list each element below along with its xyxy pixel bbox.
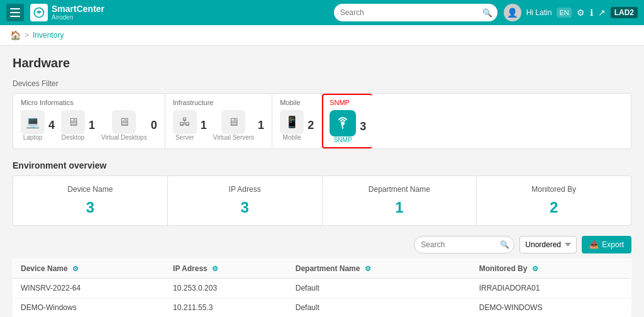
snmp-icon [330,110,356,136]
top-search: 🔍 [334,4,497,21]
logout-button[interactable]: ↗ [598,8,606,18]
filter-group-snmp-items: SNMP 3 [330,110,366,143]
filter-item-desktop[interactable]: 🖥 Desktop 1 [61,110,95,141]
ip-col-settings-icon[interactable]: ⚙ [212,265,218,272]
env-card-device-name-value: 3 [19,199,161,216]
virtual-server-icon: 🖥 [221,110,245,134]
filter-group-infra-items: 🖧 Server 1 🖥 Virtual Servers 1 [173,110,264,141]
main-content: Hardware Devices Filter Micro Informatic… [0,46,644,317]
language-badge[interactable]: EN [557,8,571,18]
filter-item-virtual-desktops[interactable]: 🖥 Virtual Desktops 0 [101,110,157,141]
server-count: 1 [201,119,207,132]
filter-group-infra: Infrastructure 🖧 Server 1 🖥 Virtual Serv… [165,94,272,148]
col-header-ip: IP Adress ⚙ [165,259,288,279]
data-table: Device Name ⚙ IP Adress ⚙ Department Nam… [13,259,631,317]
svg-point-1 [38,11,40,13]
filter-group-mobile: Mobile 📱 Mobile 2 [272,94,322,148]
filter-group-mobile-items: 📱 Mobile 2 [280,110,314,141]
table-header-row: Device Name ⚙ IP Adress ⚙ Department Nam… [13,259,631,279]
top-navigation: SmartCenter Airoden 🔍 👤 Hi Latin EN ⚙ ℹ … [0,0,644,25]
breadcrumb: 🏠 > Inventory [0,25,644,46]
desktop-count: 1 [89,119,95,132]
table-row[interactable]: DEMO-Windows 10.211.55.3 Default DEMO-WI… [13,298,631,318]
mobile-label: Mobile [282,134,301,141]
snmp-count: 3 [360,120,366,133]
env-card-monitored-by-value: 2 [483,199,625,216]
env-card-ip-label: IP Adress [174,185,316,194]
table-search-input[interactable] [414,236,514,253]
environment-overview-title: Environment overview [13,160,631,170]
filter-item-virtual-servers[interactable]: 🖥 Virtual Servers 1 [213,110,264,141]
sort-select[interactable]: Unordered A-Z Z-A [519,236,577,253]
cell-monitored-by: DEMO-WINDOWS [472,298,631,318]
env-card-device-name-label: Device Name [19,185,161,194]
search-icon: 🔍 [482,8,492,18]
cell-device-name: WINSRV-2022-64 [13,279,166,298]
snmp-label: SNMP [334,136,352,143]
settings-button[interactable]: ⚙ [577,8,585,18]
virtual-server-label: Virtual Servers [213,134,254,141]
table-row[interactable]: WINSRV-2022-64 10.253.0.203 Default IRRA… [13,279,631,298]
breadcrumb-separator: > [25,31,29,40]
virtual-desktop-icon: 🖥 [112,110,136,134]
brand-name: SmartCenter [52,4,104,14]
devices-filter-label: Devices Filter [13,79,631,88]
table-search-container: 🔍 [414,236,514,253]
col-header-department: Department Name ⚙ [288,259,472,279]
dept-col-settings-icon[interactable]: ⚙ [365,265,371,272]
cell-monitored-by: IRRADIADORA01 [472,279,631,298]
filter-item-mobile[interactable]: 📱 Mobile 2 [280,110,314,141]
filter-item-laptop[interactable]: 💻 Laptop 4 [21,110,55,141]
search-input[interactable] [334,4,497,21]
user-badge: LAD2 [611,7,638,18]
filter-group-snmp: SNMP SNMP 3 [322,94,372,148]
user-greeting: Hi Latin [526,8,552,17]
brand-subtitle: Airoden [52,14,104,21]
env-card-ip: IP Adress 3 [168,176,323,225]
server-icon: 🖧 [173,110,197,134]
virtual-desktop-count: 0 [151,119,157,132]
env-card-department-label: Department Name [329,185,470,194]
filter-group-infra-title: Infrastructure [173,99,264,106]
env-card-ip-value: 3 [174,199,316,216]
mobile-count: 2 [308,119,314,132]
env-card-monitored-by: Monitored By 2 [477,176,631,225]
cell-ip: 10.253.0.203 [165,279,288,298]
filter-item-server[interactable]: 🖧 Server 1 [173,110,207,141]
export-button[interactable]: 📤 Export [582,236,631,253]
top-nav-right: 👤 Hi Latin EN ⚙ ℹ ↗ LAD2 [504,4,638,21]
server-label: Server [175,134,194,141]
mobile-icon: 📱 [280,110,304,134]
cell-department: Default [288,298,472,318]
filter-item-snmp[interactable]: SNMP 3 [330,110,366,143]
page-title: Hardware [13,56,631,70]
col-header-device-name: Device Name ⚙ [13,259,166,279]
export-icon: 📤 [589,240,599,249]
laptop-count: 4 [48,119,55,132]
env-card-monitored-by-label: Monitored By [483,185,625,194]
cell-device-name: DEMO-Windows [13,298,166,318]
breadcrumb-inventory[interactable]: Inventory [33,31,64,40]
desktop-label: Desktop [62,134,85,141]
info-button[interactable]: ℹ [590,8,593,18]
home-icon[interactable]: 🏠 [10,30,21,40]
table-search-icon: 🔍 [500,240,509,249]
col-header-monitored-by: Monitored By ⚙ [472,259,631,279]
logo-icon [30,4,48,21]
virtual-desktop-label: Virtual Desktops [101,134,147,141]
monitored-col-settings-icon[interactable]: ⚙ [532,265,538,272]
hamburger-button[interactable] [6,4,24,21]
environment-overview-cards: Device Name 3 IP Adress 3 Department Nam… [13,175,631,226]
logo: SmartCenter Airoden [30,4,104,21]
filter-group-snmp-title: SNMP [330,99,366,106]
laptop-label: Laptop [23,134,43,141]
device-name-col-settings-icon[interactable]: ⚙ [72,265,79,272]
devices-filter-groups: Micro Informatics 💻 Laptop 4 🖥 Desktop 1 [13,93,631,149]
filter-group-mobile-title: Mobile [280,99,314,106]
table-toolbar: 🔍 Unordered A-Z Z-A 📤 Export [13,236,631,253]
export-label: Export [602,240,624,249]
filter-group-micro: Micro Informatics 💻 Laptop 4 🖥 Desktop 1 [13,94,165,148]
env-card-department-value: 1 [329,199,470,216]
filter-group-micro-title: Micro Informatics [21,99,157,106]
desktop-icon: 🖥 [61,110,85,134]
